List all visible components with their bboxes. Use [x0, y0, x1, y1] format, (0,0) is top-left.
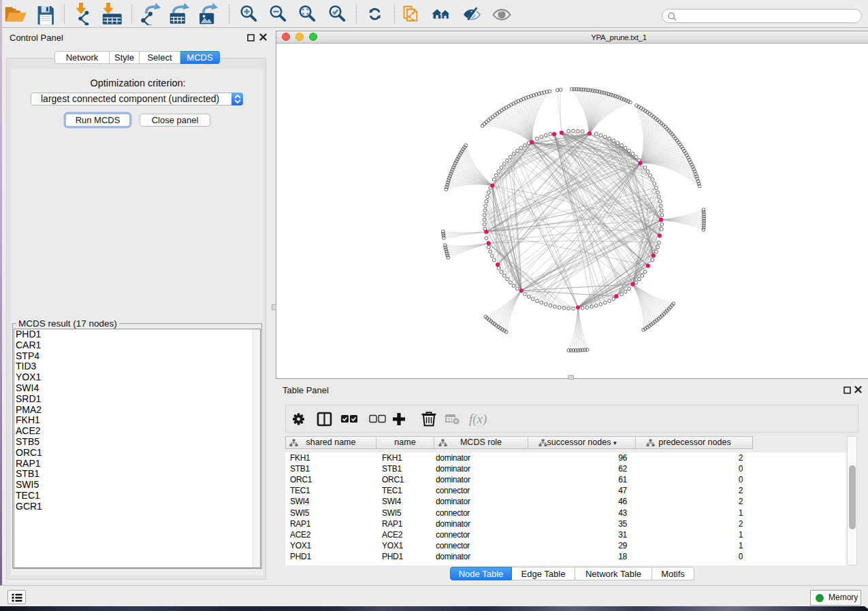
svg-text:f(x): f(x)	[469, 412, 487, 427]
